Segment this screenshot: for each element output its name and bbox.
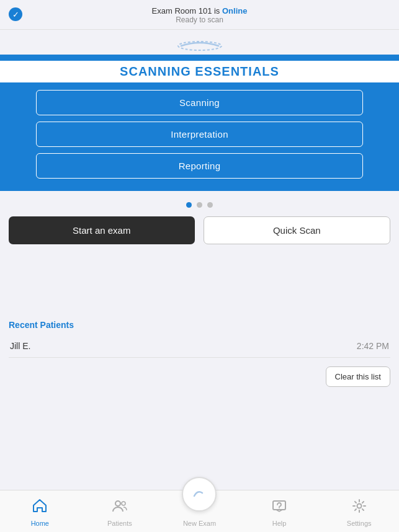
- help-icon: [271, 498, 287, 518]
- interpretation-button[interactable]: Interpretation: [36, 122, 363, 147]
- home-icon: [32, 498, 48, 518]
- carousel-dot-1[interactable]: [186, 202, 192, 208]
- scanning-button[interactable]: Scanning: [36, 90, 363, 115]
- nav-label-settings: Settings: [347, 520, 372, 527]
- recent-patients-title: Recent Patients: [9, 320, 390, 330]
- svg-point-2: [122, 502, 125, 505]
- header-subtitle: Ready to scan: [0, 16, 399, 24]
- settings-icon: [351, 498, 367, 518]
- nav-label-home: Home: [31, 520, 49, 527]
- nav-item-home[interactable]: Home: [0, 498, 80, 527]
- svg-point-1: [115, 501, 120, 506]
- nav-label-new-exam: New Exam: [183, 520, 216, 527]
- clear-row: Clear this list: [0, 358, 399, 387]
- probe-icon: [175, 37, 225, 55]
- header: ✓ Exam Room 101 is Online Ready to scan: [0, 0, 399, 30]
- carousel-dot-2[interactable]: [197, 202, 202, 208]
- nav-label-patients: Patients: [107, 520, 132, 527]
- carousel-dot-3[interactable]: [207, 202, 213, 208]
- status-check-icon: ✓: [9, 7, 22, 21]
- nav-label-help: Help: [272, 520, 287, 527]
- new-exam-center-button[interactable]: [182, 477, 217, 512]
- banner-title: SCANNING ESSENTIALS: [0, 61, 399, 82]
- patient-time: 2:42 PM: [357, 341, 389, 351]
- svg-point-4: [279, 507, 280, 508]
- bottom-nav: Home Patients New Exam: [0, 490, 399, 532]
- carousel-section: Start an exam Quick Scan: [0, 191, 399, 310]
- nav-item-new-exam[interactable]: New Exam: [159, 482, 240, 527]
- clear-list-button[interactable]: Clear this list: [326, 366, 390, 387]
- action-row: Start an exam Quick Scan: [0, 216, 399, 244]
- header-title: Exam Room 101 is Online: [0, 6, 399, 16]
- banner-buttons: Scanning Interpretation Reporting: [36, 90, 363, 179]
- reporting-button[interactable]: Reporting: [36, 153, 363, 179]
- carousel-dots: [186, 202, 213, 208]
- nav-item-patients[interactable]: Patients: [80, 498, 160, 527]
- svg-point-5: [357, 504, 361, 508]
- hero-section: [0, 30, 399, 55]
- recent-patients-section: Recent Patients Jill E. 2:42 PM: [0, 310, 399, 358]
- nav-item-help[interactable]: Help: [240, 498, 320, 527]
- patient-name: Jill E.: [10, 341, 30, 351]
- quick-scan-button[interactable]: Quick Scan: [204, 216, 391, 244]
- banner-section: SCANNING ESSENTIALS Scanning Interpretat…: [0, 55, 399, 191]
- start-exam-button[interactable]: Start an exam: [9, 216, 195, 244]
- patients-icon: [112, 498, 128, 518]
- nav-item-settings[interactable]: Settings: [319, 498, 399, 527]
- table-row[interactable]: Jill E. 2:42 PM: [9, 335, 390, 358]
